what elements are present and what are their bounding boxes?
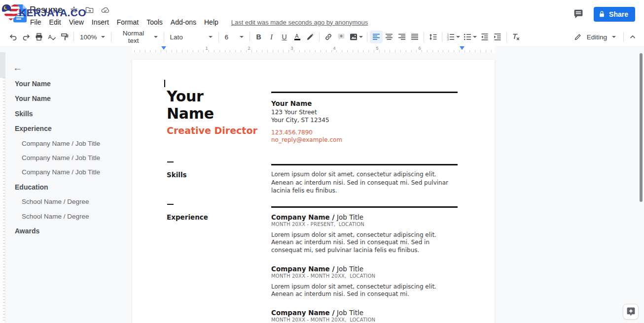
line-spacing-icon — [429, 32, 437, 41]
clear-formatting-button[interactable] — [509, 31, 522, 43]
paragraph-style-value: Normal text — [117, 30, 150, 44]
contact-links[interactable]: 123.456.7890 no_reply@example.com — [271, 129, 342, 144]
align-right-icon — [397, 32, 406, 41]
watermark-logo: KERJAYA.CO — [0, 0, 86, 26]
menu-insert[interactable]: Insert — [88, 18, 113, 27]
zoom-value: 100% — [80, 33, 97, 41]
hide-menus-button[interactable] — [626, 31, 639, 43]
chevron-down-icon — [473, 36, 477, 38]
formatting-toolbar: A 100% Normal text Lato 6 B I U A — [0, 28, 644, 46]
editing-mode-value: Editing — [587, 33, 607, 41]
italic-button[interactable]: I — [265, 31, 278, 43]
bold-icon: B — [256, 33, 261, 41]
font-size-value: 6 — [225, 33, 229, 41]
menu-tools[interactable]: Tools — [143, 18, 167, 27]
align-center-button[interactable] — [383, 31, 395, 43]
app-header: KERJAYA.CO Resume File Edit View Insert … — [0, 0, 644, 28]
line-spacing-button[interactable] — [427, 31, 439, 43]
comment-icon — [573, 9, 584, 19]
increase-indent-button[interactable] — [491, 31, 504, 43]
outline-item[interactable]: Education — [10, 183, 128, 191]
cloud-saved-icon[interactable] — [101, 6, 109, 13]
chevron-down-icon — [154, 36, 158, 38]
spellcheck-button[interactable]: A — [45, 31, 58, 43]
share-button[interactable]: Share — [594, 7, 635, 22]
experience-heading[interactable]: Experience — [167, 213, 208, 221]
last-edit-link[interactable]: Last edit was made seconds ago by anonym… — [231, 19, 368, 26]
section-divider-line — [271, 164, 458, 165]
close-outline-button[interactable]: ← — [13, 63, 22, 73]
comment-history-button[interactable] — [572, 8, 585, 21]
zoom-select[interactable]: 100% — [76, 31, 108, 43]
contact-address[interactable]: 123 Your Street Your City, ST 12345 — [271, 108, 329, 124]
font-size-select[interactable]: 6 — [221, 31, 247, 43]
add-comment-icon — [337, 32, 346, 41]
bulleted-list-icon — [463, 32, 472, 41]
outline-item[interactable]: Awards — [10, 227, 128, 235]
section-dash — [167, 204, 174, 205]
outline-item[interactable]: Company Name / Job Title — [10, 154, 128, 162]
experience-entry[interactable]: Company Name / Job Title MONTH 20XX - PR… — [271, 213, 459, 254]
experience-entries: Company Name / Job Title MONTH 20XX - PR… — [271, 213, 459, 323]
underline-button[interactable]: U — [278, 31, 291, 43]
move-to-folder-icon[interactable] — [85, 6, 94, 14]
outline-item[interactable]: Company Name / Job Title — [10, 140, 128, 147]
ruler-scale: 1 2 3 4 5 6 7 — [132, 46, 495, 52]
ruler-mark: 3 — [289, 46, 294, 51]
chevron-down-icon — [456, 36, 460, 38]
contact-phone: 123.456.7890 — [271, 129, 342, 136]
bold-button[interactable]: B — [252, 31, 265, 43]
menu-format[interactable]: Format — [113, 18, 143, 27]
paint-format-button[interactable] — [58, 31, 71, 43]
redo-button[interactable] — [20, 31, 33, 43]
menu-help[interactable]: Help — [200, 18, 222, 27]
outline-item[interactable]: Experience — [10, 125, 128, 132]
left-indent-marker[interactable] — [161, 46, 166, 50]
insert-image-button[interactable] — [348, 31, 364, 43]
outline-item[interactable]: Company Name / Job Title — [10, 168, 128, 176]
outline-item[interactable]: Skills — [10, 110, 128, 118]
insert-link-button[interactable] — [322, 31, 335, 43]
right-indent-marker[interactable] — [460, 46, 465, 50]
svg-text:A: A — [48, 34, 52, 40]
text-color-button[interactable]: A — [291, 31, 304, 43]
contact-name[interactable]: Your Name — [271, 99, 312, 107]
explore-button[interactable] — [623, 304, 639, 320]
vertical-scrollbar[interactable] — [640, 53, 643, 202]
explore-icon — [626, 307, 636, 317]
chevron-down-icon — [240, 36, 244, 38]
image-icon — [349, 32, 358, 41]
skills-body[interactable]: Lorem ipsum dolor sit amet, consectetur … — [271, 170, 459, 195]
add-comment-button[interactable] — [335, 31, 348, 43]
font-family-select[interactable]: Lato — [167, 31, 216, 43]
resume-name-heading[interactable]: Your Name — [167, 88, 275, 122]
share-label: Share — [609, 10, 628, 18]
outline-item[interactable]: School Name / Degree — [10, 213, 128, 220]
underline-icon: U — [282, 33, 286, 41]
chevron-up-icon — [629, 33, 637, 41]
clear-formatting-icon — [511, 32, 520, 41]
paragraph-style-select[interactable]: Normal text — [114, 31, 161, 43]
highlight-color-button[interactable] — [304, 31, 317, 43]
document-page[interactable]: Your Name Creative Director Your Name 12… — [132, 60, 495, 323]
align-left-button[interactable] — [370, 31, 383, 43]
print-button[interactable] — [33, 31, 45, 43]
editing-mode-select[interactable]: Editing — [569, 31, 621, 43]
experience-entry[interactable]: Company Name / Job Title MONTH 20XX - MO… — [271, 265, 459, 298]
undo-button[interactable] — [7, 31, 20, 43]
align-right-button[interactable] — [395, 31, 408, 43]
outline-item[interactable]: Your Name — [10, 95, 128, 102]
align-justify-button[interactable] — [408, 31, 421, 43]
outline-item[interactable]: Your Name — [10, 80, 128, 88]
skills-heading[interactable]: Skills — [167, 171, 187, 179]
numbered-list-button[interactable]: 123 — [445, 31, 462, 43]
pencil-icon — [574, 33, 582, 41]
decrease-indent-button[interactable] — [478, 31, 491, 43]
chevron-down-icon — [209, 36, 213, 38]
experience-entry[interactable]: Company Name / Job Title MONTH 20XX - MO… — [271, 309, 459, 323]
bulleted-list-button[interactable] — [462, 31, 478, 43]
align-justify-icon — [410, 32, 419, 41]
resume-role-heading[interactable]: Creative Director — [167, 125, 257, 136]
outline-item[interactable]: School Name / Degree — [10, 198, 128, 205]
menu-addons[interactable]: Add-ons — [167, 18, 200, 27]
